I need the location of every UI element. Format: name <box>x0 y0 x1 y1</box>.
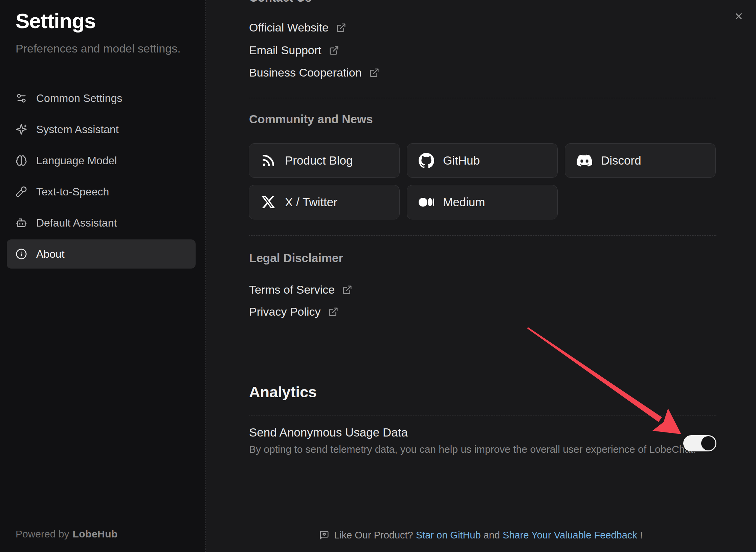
close-icon <box>734 11 744 21</box>
toggle-knob <box>701 436 715 450</box>
official-website-link[interactable]: Official Website <box>249 21 346 34</box>
medium-icon <box>419 194 434 210</box>
analytics-heading: Analytics <box>249 384 317 400</box>
discord-button[interactable]: Discord <box>565 143 716 178</box>
external-link-icon <box>329 45 339 56</box>
send-usage-data-toggle[interactable] <box>683 435 716 451</box>
link-label: Email Support <box>249 44 321 57</box>
medium-button[interactable]: Medium <box>407 185 558 219</box>
star-on-github-link[interactable]: Star on GitHub <box>416 530 481 541</box>
external-link-icon <box>369 68 379 78</box>
settings-modal: Settings Preferences and model settings.… <box>0 0 756 552</box>
page-subtitle: Preferences and model settings. <box>16 42 181 55</box>
link-label: Privacy Policy <box>249 305 321 318</box>
section-divider <box>249 235 716 236</box>
sidebar-item-label: System Assistant <box>36 123 119 136</box>
sidebar-item-default-assistant[interactable]: Default Assistant <box>7 208 196 237</box>
sidebar-item-label: Language Model <box>36 154 117 167</box>
product-footer: Like Our Product? Star on GitHub and Sha… <box>206 528 756 543</box>
share-feedback-link[interactable]: Share Your Valuable Feedback <box>503 530 637 541</box>
send-usage-data-label: Send Anonymous Usage Data <box>249 426 408 439</box>
about-panel: Contact Us Official Website Email Suppor… <box>206 0 756 552</box>
footer-middle: and <box>481 530 503 541</box>
community-buttons: Product Blog GitHub Discord X / Twitter <box>249 143 717 219</box>
sidebar-item-system-assistant[interactable]: System Assistant <box>7 115 196 144</box>
link-label: Official Website <box>249 21 329 34</box>
link-label: Terms of Service <box>249 283 335 296</box>
sidebar-item-language-model[interactable]: Language Model <box>7 146 196 175</box>
sidebar-item-label: Common Settings <box>36 92 122 105</box>
settings-sidebar: Settings Preferences and model settings.… <box>0 0 206 552</box>
github-icon <box>419 153 434 168</box>
mic-icon <box>16 186 27 197</box>
message-heart-icon <box>319 530 329 540</box>
sliders-icon <box>16 92 27 104</box>
contact-us-heading: Contact Us <box>249 0 312 4</box>
send-usage-data-description: By opting to send telemetry data, you ca… <box>249 444 696 455</box>
sidebar-item-label: Default Assistant <box>36 217 117 229</box>
legal-heading: Legal Disclaimer <box>249 251 343 265</box>
business-cooperation-link[interactable]: Business Cooperation <box>249 66 379 79</box>
button-label: Medium <box>443 195 485 209</box>
x-twitter-button[interactable]: X / Twitter <box>249 185 400 219</box>
lobehub-brand-link[interactable]: LobeHub <box>72 528 117 539</box>
button-label: Product Blog <box>285 154 353 167</box>
page-title: Settings <box>16 9 96 33</box>
sparkles-icon <box>16 124 27 135</box>
button-label: GitHub <box>443 154 480 167</box>
powered-by-label: Powered by <box>16 528 69 539</box>
x-icon <box>261 194 276 210</box>
sidebar-menu: Common Settings System Assistant Languag… <box>7 84 196 271</box>
community-heading: Community and News <box>249 112 373 126</box>
external-link-icon <box>328 307 338 317</box>
bot-icon <box>16 217 27 229</box>
brain-icon <box>16 155 27 166</box>
section-divider <box>249 98 716 98</box>
button-label: X / Twitter <box>285 195 337 209</box>
footer-prefix: Like Our Product? <box>334 530 416 541</box>
sidebar-item-common-settings[interactable]: Common Settings <box>7 84 196 113</box>
email-support-link[interactable]: Email Support <box>249 43 339 57</box>
sidebar-item-label: About <box>36 248 65 260</box>
footer-suffix: ! <box>637 530 643 541</box>
github-button[interactable]: GitHub <box>407 143 558 178</box>
powered-by: Powered byLobeHub <box>16 528 118 540</box>
button-label: Discord <box>601 154 641 167</box>
external-link-icon <box>342 285 352 295</box>
rss-icon <box>261 153 276 168</box>
close-button[interactable] <box>731 8 747 24</box>
section-divider <box>249 416 716 416</box>
info-icon <box>16 248 27 260</box>
sidebar-item-label: Text-to-Speech <box>36 186 109 198</box>
sidebar-item-text-to-speech[interactable]: Text-to-Speech <box>7 177 196 206</box>
link-label: Business Cooperation <box>249 66 362 79</box>
discord-icon <box>577 153 592 168</box>
external-link-icon <box>336 23 346 33</box>
terms-of-service-link[interactable]: Terms of Service <box>249 283 352 296</box>
privacy-policy-link[interactable]: Privacy Policy <box>249 305 338 318</box>
sidebar-item-about[interactable]: About <box>7 239 196 269</box>
product-blog-button[interactable]: Product Blog <box>249 143 400 178</box>
